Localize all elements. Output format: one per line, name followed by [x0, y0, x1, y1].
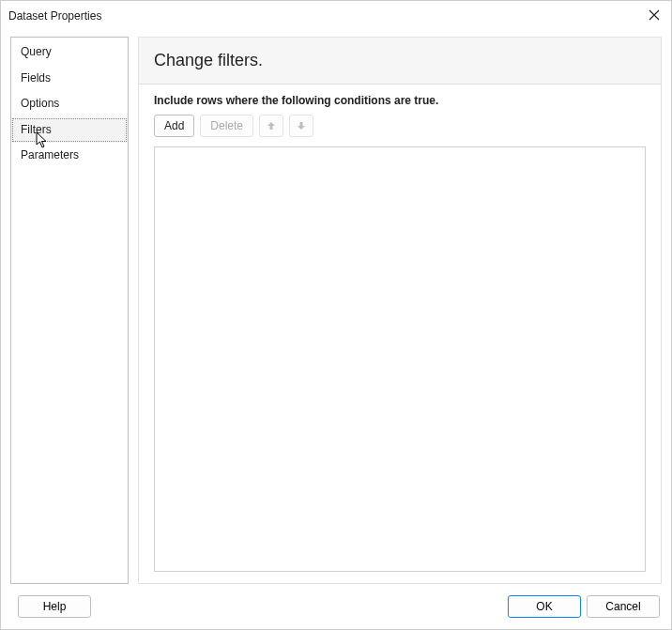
main-panel: Change filters. Include rows where the f… — [138, 37, 662, 584]
sidebar-item-label: Parameters — [21, 148, 79, 161]
help-button[interactable]: Help — [18, 595, 91, 618]
main-header: Change filters. — [139, 38, 661, 85]
sidebar-item-label: Options — [21, 97, 59, 110]
sidebar-item-label: Filters — [21, 123, 52, 136]
instruction-text: Include rows where the following conditi… — [154, 94, 646, 107]
cancel-button[interactable]: Cancel — [587, 595, 660, 618]
sidebar-item-label: Query — [21, 45, 52, 58]
dataset-properties-dialog: Dataset Properties Query Fields Options … — [0, 0, 672, 630]
ok-button[interactable]: OK — [508, 595, 581, 618]
main-body: Include rows where the following conditi… — [139, 85, 661, 583]
filter-toolbar: Add Delete — [154, 115, 646, 137]
window-title: Dataset Properties — [8, 9, 101, 23]
move-up-button — [259, 115, 283, 137]
page-heading: Change filters. — [154, 51, 646, 70]
close-button[interactable] — [643, 5, 665, 25]
dialog-body: Query Fields Options Filters Parameters … — [1, 31, 671, 588]
dialog-footer: Help OK Cancel — [1, 588, 671, 629]
sidebar-item-label: Fields — [21, 71, 51, 85]
close-icon — [649, 9, 660, 21]
sidebar-item-options[interactable]: Options — [11, 91, 128, 117]
filter-list[interactable] — [154, 146, 646, 572]
sidebar: Query Fields Options Filters Parameters — [10, 37, 129, 584]
move-down-button — [289, 115, 313, 137]
delete-button: Delete — [200, 115, 253, 137]
arrow-up-icon — [267, 121, 276, 131]
sidebar-item-fields[interactable]: Fields — [11, 66, 128, 92]
add-button[interactable]: Add — [154, 115, 194, 137]
sidebar-item-query[interactable]: Query — [11, 39, 128, 66]
sidebar-item-parameters[interactable]: Parameters — [11, 143, 128, 169]
sidebar-item-filters[interactable]: Filters — [11, 117, 128, 144]
titlebar: Dataset Properties — [1, 1, 671, 31]
arrow-down-icon — [297, 121, 306, 131]
